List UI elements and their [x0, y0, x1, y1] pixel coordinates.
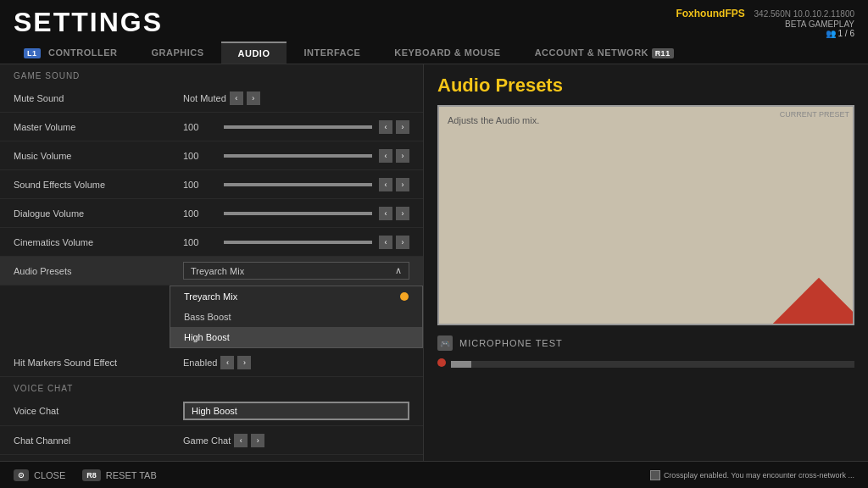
chat-channel-label: Chat Channel	[14, 435, 183, 446]
close-badge: ⊙	[14, 469, 29, 481]
cinematics-volume-control: 100 ‹ ›	[183, 236, 409, 249]
tab-account-network[interactable]: ACCOUNT & NETWORK R11	[518, 42, 696, 64]
bottom-bar: ⊙ CLOSE R8 RESET TAB Crossplay enabled. …	[0, 461, 868, 488]
music-volume-control: 100 ‹ ›	[183, 149, 409, 163]
crossplay-checkbox	[650, 470, 660, 480]
preset-description: Adjusts the Audio mix.	[448, 115, 539, 125]
dropdown-chevron-icon: ∧	[395, 265, 402, 276]
username: FoxhoundFPS	[676, 8, 744, 19]
sound-effects-row: Sound Effects Volume 100 ‹ ›	[0, 170, 423, 199]
master-volume-label: Master Volume	[14, 122, 183, 132]
voice-chat-control[interactable]	[183, 402, 409, 420]
chat-channel-next[interactable]: ›	[251, 434, 264, 447]
chat-channel-control[interactable]: Game Chat ‹ ›	[183, 434, 409, 447]
mute-sound-prev[interactable]: ‹	[230, 92, 243, 105]
chat-channel-value: Game Chat	[183, 435, 231, 446]
header: SETTINGS FoxhoundFPS 342.560N 10.0.10.2.…	[0, 0, 868, 42]
cinematics-volume-prev[interactable]: ‹	[379, 236, 392, 249]
chat-channel-prev[interactable]: ‹	[234, 434, 248, 447]
dialogue-volume-next[interactable]: ›	[396, 207, 409, 220]
hit-markers-prev[interactable]: ‹	[220, 356, 234, 369]
cinematics-volume-next[interactable]: ›	[396, 236, 409, 249]
tab-graphics[interactable]: GRAPHICS	[134, 42, 220, 63]
tab-audio[interactable]: AUDIO	[221, 42, 287, 64]
preset-title: Audio Presets	[437, 75, 854, 97]
tab-keyboard-mouse[interactable]: KEYBOARD & MOUSE	[377, 42, 517, 63]
voice-chat-label: VOICE CHAT	[0, 377, 423, 396]
master-volume-prev[interactable]: ‹	[379, 120, 392, 134]
microphone-test-section: 🎮 MICROPHONE TEST	[437, 336, 854, 351]
controller-badge: L1	[24, 48, 41, 58]
sound-effects-slider[interactable]	[224, 183, 372, 186]
master-volume-row: Master Volume 100 ‹ ›	[0, 113, 423, 141]
tab-controller[interactable]: L1 CONTROLLER	[7, 42, 134, 64]
sound-effects-control: 100 ‹ ›	[183, 178, 409, 191]
sound-effects-prev[interactable]: ‹	[379, 178, 392, 191]
mute-sound-control[interactable]: Not Muted ‹ ›	[183, 92, 409, 105]
sound-effects-next[interactable]: ›	[396, 178, 409, 191]
hit-markers-row: Hit Markers Sound Effect Enabled ‹ ›	[0, 348, 423, 377]
mute-sound-row: Mute Sound Not Muted ‹ ›	[0, 84, 423, 113]
page-title: SETTINGS	[14, 7, 163, 38]
crossplay-text: Crossplay enabled. You may encounter cro…	[664, 471, 854, 480]
audio-presets-label: Audio Presets	[14, 266, 183, 276]
audio-presets-dropdown[interactable]: Treyarch Mix ∧	[183, 262, 409, 280]
player-icon: 👥	[826, 29, 836, 38]
main-content: GAME SOUND Mute Sound Not Muted ‹ › Mast…	[0, 64, 868, 476]
music-volume-next[interactable]: ›	[396, 149, 409, 163]
mic-level-fill	[451, 361, 471, 368]
reset-tab-label: RESET TAB	[106, 470, 157, 480]
crossplay-notice: Crossplay enabled. You may encounter cro…	[650, 470, 854, 480]
dialogue-volume-slider[interactable]	[224, 212, 372, 215]
preset-treyarch-mix[interactable]: Treyarch Mix	[170, 286, 422, 307]
music-volume-row: Music Volume 100 ‹ ›	[0, 141, 423, 170]
sound-effects-label: Sound Effects Volume	[14, 180, 183, 190]
player-count: 👥 1 / 6	[676, 29, 854, 38]
voice-chat-input[interactable]	[183, 402, 409, 420]
hit-markers-label: Hit Markers Sound Effect	[14, 358, 183, 368]
hit-markers-value: Enabled	[183, 358, 217, 368]
preset-bass-boost[interactable]: Bass Boost	[170, 307, 422, 327]
music-volume-label: Music Volume	[14, 151, 183, 161]
tab-interface[interactable]: INTERFACE	[287, 42, 377, 63]
sound-effects-value: 100	[183, 180, 217, 190]
right-panel: Audio Presets CURRENT PRESET Adjusts the…	[424, 64, 868, 476]
dialogue-volume-control: 100 ‹ ›	[183, 207, 409, 220]
master-volume-control: 100 ‹ ›	[183, 120, 409, 134]
mute-sound-label: Mute Sound	[14, 93, 183, 103]
hit-markers-control[interactable]: Enabled ‹ ›	[183, 356, 409, 369]
mic-active-dot	[437, 358, 446, 367]
mic-level-bar	[451, 361, 854, 368]
header-user-info: FoxhoundFPS 342.560N 10.0.10.2.11800 BET…	[676, 8, 854, 38]
mic-label: MICROPHONE TEST	[459, 338, 563, 348]
preset-image: CURRENT PRESET Adjusts the Audio mix.	[437, 105, 854, 325]
reset-tab-action[interactable]: R8 RESET TAB	[82, 469, 156, 481]
preset-label-top: CURRENT PRESET	[780, 110, 849, 119]
master-volume-next[interactable]: ›	[396, 120, 409, 134]
audio-presets-control[interactable]: Treyarch Mix ∧	[183, 262, 409, 280]
account-badge: R11	[652, 48, 674, 58]
music-volume-value: 100	[183, 151, 217, 161]
master-volume-slider[interactable]	[224, 125, 372, 129]
dialogue-volume-row: Dialogue Volume 100 ‹ ›	[0, 199, 423, 228]
mute-sound-value: Not Muted	[183, 93, 226, 103]
master-volume-value: 100	[183, 122, 217, 132]
hit-markers-next[interactable]: ›	[237, 356, 251, 369]
preset-high-boost-label: High Boost	[184, 332, 230, 342]
cinematics-volume-label: Cinematics Volume	[14, 237, 183, 247]
chat-channel-row: Chat Channel Game Chat ‹ ›	[0, 426, 423, 455]
audio-presets-value: Treyarch Mix	[191, 266, 244, 276]
cinematics-volume-slider[interactable]	[224, 241, 372, 244]
nav-tabs: L1 CONTROLLER GRAPHICS AUDIO INTERFACE K…	[0, 42, 868, 64]
music-volume-prev[interactable]: ‹	[379, 149, 392, 163]
mute-sound-next[interactable]: ›	[247, 92, 260, 105]
preset-bass-boost-label: Bass Boost	[184, 312, 231, 322]
mic-icon: 🎮	[437, 336, 453, 351]
dialogue-volume-prev[interactable]: ‹	[379, 207, 392, 220]
music-volume-slider[interactable]	[224, 154, 372, 158]
preset-high-boost[interactable]: High Boost	[170, 327, 422, 347]
beta-label: BETA GAMEPLAY	[676, 19, 854, 29]
game-sound-label: GAME SOUND	[0, 64, 423, 84]
close-action[interactable]: ⊙ CLOSE	[14, 469, 65, 481]
cinematics-volume-value: 100	[183, 237, 217, 247]
